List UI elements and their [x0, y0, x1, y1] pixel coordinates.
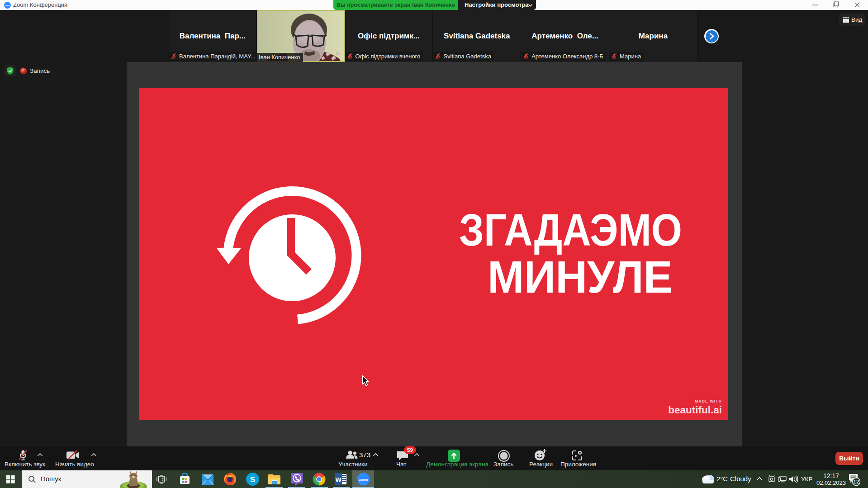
svg-text:zoom: zoom — [359, 478, 368, 482]
svg-text:S: S — [250, 475, 255, 484]
svg-text:12: 12 — [854, 479, 859, 484]
svg-text:W: W — [335, 476, 342, 483]
